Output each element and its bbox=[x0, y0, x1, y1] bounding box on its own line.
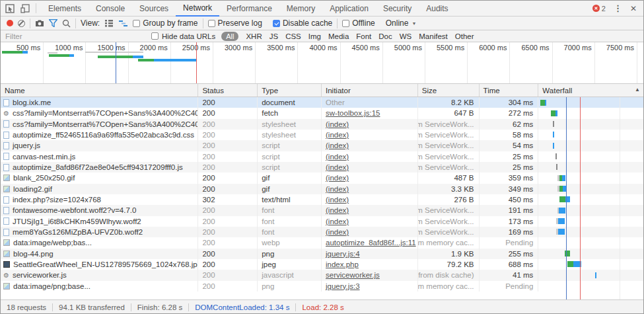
initiator-link[interactable]: autoptimize_8afd86f...js:11 bbox=[326, 239, 416, 247]
cell-type: script bbox=[258, 151, 322, 162]
column-header-size[interactable]: Size bbox=[418, 84, 480, 97]
table-row[interactable]: data:image/webp;bas...200webpautoptimize… bbox=[1, 237, 643, 248]
initiator-link[interactable]: (index) bbox=[326, 196, 349, 204]
filter-chip-js[interactable]: JS bbox=[269, 32, 278, 40]
initiator-link[interactable]: (index) bbox=[326, 174, 349, 182]
column-header-waterfall[interactable]: Waterfall▲ bbox=[538, 84, 643, 97]
tab-memory[interactable]: Memory bbox=[279, 1, 322, 17]
table-row[interactable]: blank_250x250.gif200gif(index)487 B359 m… bbox=[1, 173, 643, 183]
column-header-label: Time bbox=[483, 87, 500, 97]
cell-size: (from ServiceWork... bbox=[418, 151, 480, 162]
initiator-link[interactable]: index.php bbox=[326, 260, 359, 268]
tab-elements[interactable]: Elements bbox=[41, 1, 89, 17]
cell-status: 200 bbox=[198, 140, 258, 151]
initiator-link[interactable]: jquery.js:4 bbox=[326, 250, 360, 258]
filter-chip-img[interactable]: Img bbox=[308, 32, 321, 40]
divider bbox=[337, 19, 338, 28]
group-by-frame-checkbox[interactable] bbox=[133, 20, 140, 27]
timeline-gridline bbox=[213, 42, 213, 83]
throttling-dropdown[interactable]: Online ▼ bbox=[386, 19, 417, 28]
initiator-link[interactable]: (index) bbox=[326, 120, 349, 128]
column-header-initiator[interactable]: Initiator bbox=[322, 84, 418, 97]
column-header-time[interactable]: Time bbox=[480, 84, 539, 97]
filter-chip-xhr[interactable]: XHR bbox=[246, 32, 262, 40]
record-button[interactable] bbox=[7, 20, 13, 26]
table-row[interactable]: jquery.js200script(index)(from ServiceWo… bbox=[1, 140, 643, 151]
cell-type: stylesheet bbox=[258, 119, 322, 130]
initiator-link[interactable]: (index) bbox=[326, 131, 349, 139]
list-view-icon[interactable] bbox=[104, 19, 114, 27]
timeline-tick-label: 2500 ms bbox=[173, 44, 210, 52]
hide-data-urls-checkbox[interactable] bbox=[151, 32, 159, 40]
kebab-menu-icon[interactable]: ⋮ bbox=[614, 3, 622, 13]
filter-chip-css[interactable]: CSS bbox=[285, 32, 301, 40]
initiator-link[interactable]: (index) bbox=[326, 163, 349, 171]
timeline-gridline bbox=[467, 42, 468, 83]
column-header-status[interactable]: Status bbox=[198, 84, 258, 97]
filter-chip-font[interactable]: Font bbox=[356, 32, 371, 40]
table-row[interactable]: mem8YaGs126MiZpBA-UFVZ0b.woff2200font(in… bbox=[1, 227, 643, 237]
table-row[interactable]: blog.ixk.me200documentOther8.2 KB304 ms bbox=[1, 97, 643, 108]
tab-security[interactable]: Security bbox=[376, 1, 419, 17]
tab-audits[interactable]: Audits bbox=[419, 1, 455, 17]
preserve-log-checkbox[interactable] bbox=[208, 20, 215, 27]
initiator-link[interactable]: (index) bbox=[326, 185, 349, 193]
tab-performance[interactable]: Performance bbox=[219, 1, 279, 17]
initiator-link[interactable]: (index) bbox=[326, 141, 349, 149]
initiator-link[interactable]: jquery.js:3 bbox=[326, 282, 360, 290]
clear-button[interactable] bbox=[18, 20, 25, 27]
device-toolbar-icon[interactable] bbox=[20, 4, 30, 13]
table-row[interactable]: ⚙serviceworker.js200javascriptservicewor… bbox=[1, 270, 643, 280]
table-row[interactable]: fontawesome-webfont.woff2?v=4.7.0200font… bbox=[1, 205, 643, 216]
filter-chip-ws[interactable]: WS bbox=[400, 32, 412, 40]
timeline-gridline bbox=[382, 42, 383, 83]
table-row[interactable]: autoptimize_ff52465116a9a69ffa535e02abca… bbox=[1, 130, 643, 140]
divider bbox=[203, 19, 203, 28]
error-count-badge[interactable]: ✕ 2 bbox=[592, 5, 606, 13]
cell-name: jquery.js bbox=[1, 140, 198, 151]
initiator-link[interactable]: serviceworker.js bbox=[326, 271, 380, 279]
close-icon[interactable]: ✕ bbox=[630, 4, 637, 13]
table-row[interactable]: canvas-nest.min.js200script(index)(from … bbox=[1, 151, 643, 162]
initiator-link[interactable]: (index) bbox=[326, 217, 349, 225]
filter-icon[interactable] bbox=[49, 19, 57, 27]
disable-cache-checkbox[interactable] bbox=[273, 20, 280, 27]
table-row[interactable]: loading2.gif200gif(index)3.3 KB349 ms bbox=[1, 184, 643, 194]
table-row[interactable]: ⚙css?family=Montserrat%7COpen+Sans%3A400… bbox=[1, 108, 643, 118]
tab-console[interactable]: Console bbox=[89, 1, 132, 17]
table-row[interactable]: index.php?size=1024x768302text/html(inde… bbox=[1, 194, 643, 205]
filter-input[interactable] bbox=[5, 32, 77, 40]
table-row[interactable]: data:image/png;base...200pngjquery.js:3(… bbox=[1, 281, 643, 292]
search-icon[interactable] bbox=[62, 19, 71, 28]
cell-initiator: (index) bbox=[322, 194, 418, 205]
tab-application[interactable]: Application bbox=[322, 1, 376, 17]
capture-screenshots-icon[interactable] bbox=[35, 19, 44, 27]
column-header-type[interactable]: Type bbox=[258, 84, 322, 97]
network-overview[interactable]: 500 ms1000 ms1500 ms2000 ms2500 ms3000 m… bbox=[1, 42, 643, 84]
preserve-log-label: Preserve log bbox=[218, 19, 262, 28]
filter-chip-other[interactable]: Other bbox=[455, 32, 474, 40]
waterfall-view-icon[interactable] bbox=[118, 19, 128, 27]
table-row[interactable]: autoptimize_8afd86f72ae8e04e5cff94317209… bbox=[1, 162, 643, 173]
initiator-link[interactable]: sw-toolbox.js:15 bbox=[326, 109, 380, 117]
filter-chip-manifest[interactable]: Manifest bbox=[419, 32, 447, 40]
waterfall-bar-blue bbox=[553, 143, 554, 149]
table-row[interactable]: SeattleGreatWheel_EN-US12789575669_1024x… bbox=[1, 259, 643, 270]
initiator-link[interactable]: (index) bbox=[326, 153, 349, 161]
filter-chip-all[interactable]: All bbox=[221, 32, 238, 41]
table-row[interactable]: blog-44.png200pngjquery.js:41.9 KB255 ms bbox=[1, 249, 643, 259]
inspect-element-icon[interactable] bbox=[5, 4, 15, 13]
table-row[interactable]: JTUSjIg1_i6t8kCHKm459Wlhyw.woff2200font(… bbox=[1, 216, 643, 227]
tab-network[interactable]: Network bbox=[176, 1, 219, 17]
request-name: autoptimize_ff52465116a9a69ffa535e02abca… bbox=[13, 131, 194, 139]
column-header-name[interactable]: Name bbox=[1, 84, 198, 97]
cell-name: loading2.gif bbox=[1, 184, 198, 194]
initiator-link[interactable]: (index) bbox=[326, 228, 349, 236]
cell-waterfall bbox=[538, 194, 643, 205]
filter-chip-doc[interactable]: Doc bbox=[378, 32, 392, 40]
table-row[interactable]: css?family=Montserrat%7COpen+Sans%3A400%… bbox=[1, 119, 643, 130]
offline-checkbox[interactable] bbox=[342, 20, 349, 27]
filter-chip-media[interactable]: Media bbox=[328, 32, 349, 40]
initiator-link[interactable]: (index) bbox=[326, 206, 349, 214]
tab-sources[interactable]: Sources bbox=[132, 1, 176, 17]
